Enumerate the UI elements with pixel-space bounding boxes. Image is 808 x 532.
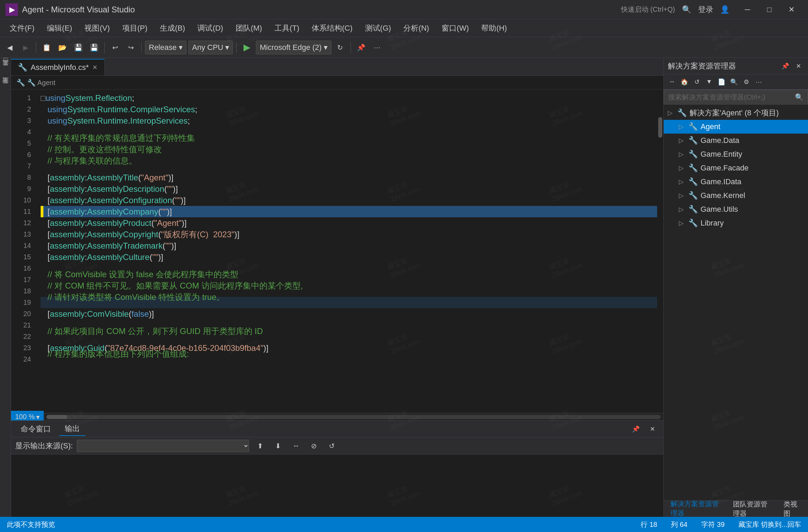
output-refresh-button[interactable]: ↺	[325, 439, 339, 453]
more-button[interactable]: ⋯	[370, 41, 384, 54]
project-label: Library	[701, 219, 724, 228]
output-source-label: 显示输出来源(S):	[15, 441, 73, 451]
menu-test[interactable]: 测试(G)	[360, 20, 397, 36]
platform-dropdown[interactable]: Any CPU ▾	[188, 41, 233, 54]
output-wrap-button[interactable]: ↔	[289, 439, 303, 453]
tree-project-gameutils[interactable]: ▷ 🔧 Game.Utils	[664, 202, 808, 216]
output-clear-button[interactable]: ⊘	[307, 439, 321, 453]
sidebar-tab-3[interactable]: H	[0, 74, 10, 84]
tab-close-button[interactable]: ✕	[92, 64, 97, 71]
search-icon[interactable]: 🔍	[682, 5, 691, 14]
close-solution-explorer-button[interactable]: ✕	[793, 61, 804, 72]
tree-project-gamedata[interactable]: ▷ 🔧 Game.Data	[664, 134, 808, 147]
se-more-button[interactable]: ⋯	[753, 76, 764, 87]
back-button[interactable]: ◀	[3, 41, 17, 54]
chevron-down-icon: ▾	[179, 43, 183, 52]
se-refresh-button[interactable]: ↺	[691, 76, 702, 87]
project-label: Game.Utils	[701, 205, 738, 214]
maximize-button[interactable]: □	[758, 0, 780, 19]
toolbar: ◀ ▶ 📋 📂 💾 💾 ↩ ↪ Release ▾ Any CPU ▾ ▶ Mi…	[0, 37, 808, 58]
bookmark-button[interactable]: 📌	[354, 41, 368, 54]
tree-project-gameentity[interactable]: ▷ 🔧 Game.Entity	[664, 147, 808, 161]
solution-explorer-title-bar: 解决方案资源管理器 📌 ✕	[664, 58, 808, 74]
se-show-all-button[interactable]: 📄	[716, 76, 727, 87]
undo-button[interactable]: ↩	[108, 41, 122, 54]
project-icon: 🔧	[688, 150, 698, 159]
zoom-level[interactable]: 100 % ▾	[11, 411, 44, 421]
open-button[interactable]: 📂	[55, 41, 69, 54]
run-button[interactable]: ▶	[240, 41, 254, 54]
tree-project-library[interactable]: ▷ 🔧 Library	[664, 216, 808, 230]
status-row: 行 18	[641, 520, 657, 529]
menu-edit[interactable]: 编辑(E)	[41, 20, 77, 36]
menu-window[interactable]: 窗口(W)	[436, 20, 474, 36]
scroll-thumb[interactable]	[658, 117, 662, 138]
save-all-button[interactable]: 💾	[87, 41, 101, 54]
new-project-button[interactable]: 📋	[40, 41, 53, 54]
tab-output[interactable]: 输出	[59, 422, 85, 436]
project-label: Game.Facade	[701, 164, 748, 173]
output-content	[11, 455, 663, 517]
output-source-select[interactable]	[77, 440, 249, 452]
quick-search[interactable]: 快速启动 (Ctrl+Q)	[621, 5, 675, 14]
status-char: 字符 39	[701, 520, 725, 529]
profile-icon[interactable]: 👤	[720, 5, 729, 14]
code-line: // 与程序集关联的信息。	[41, 160, 657, 172]
solution-explorer-search[interactable]: 搜索解决方案资源管理器(Ctrl+;) 🔍	[664, 90, 808, 105]
status-right: 行 18 列 64 字符 39 藏宝库 切换到...回车	[641, 520, 801, 529]
se-props-button[interactable]: ⚙	[741, 76, 752, 87]
output-scroll-down-button[interactable]: ⬇	[271, 439, 285, 453]
save-button[interactable]: 💾	[71, 41, 85, 54]
se-filter-button[interactable]: 🔍	[728, 76, 739, 87]
sidebar-tab-2[interactable]: 工具箱	[0, 67, 11, 73]
menu-debug[interactable]: 调试(D)	[192, 20, 229, 36]
sidebar-tab-4[interactable]: 测量	[0, 86, 11, 91]
pin-panel-button[interactable]: 📌	[629, 422, 643, 436]
menu-project[interactable]: 项目(P)	[117, 20, 153, 36]
menu-architecture[interactable]: 体系结构(C)	[306, 20, 358, 36]
login-button[interactable]: 登录	[698, 4, 713, 15]
tree-project-gameidata[interactable]: ▷ 🔧 Game.IData	[664, 175, 808, 189]
close-button[interactable]: ✕	[780, 0, 802, 19]
project-icon: 🔧	[688, 191, 698, 200]
pin-solution-explorer-button[interactable]: 📌	[780, 61, 791, 72]
tree-solution-root[interactable]: ▷ 🔧 解决方案'Agent' (8 个项目)	[664, 106, 808, 120]
menu-tools[interactable]: 工具(T)	[269, 20, 305, 36]
menu-help[interactable]: 帮助(H)	[476, 20, 512, 36]
code-line: [assembly: AssemblyProduct("Agent")]	[41, 217, 657, 229]
code-content[interactable]: □using System.Reflection; using System.R…	[35, 90, 657, 413]
tree-project-gamekernel[interactable]: ▷ 🔧 Game.Kernel	[664, 189, 808, 202]
tab-class-view[interactable]: 类视图	[781, 498, 804, 517]
se-home-button[interactable]: 🏠	[679, 76, 690, 87]
close-panel-button[interactable]: ✕	[645, 422, 659, 436]
sidebar-tab-1[interactable]: 服务器	[0, 61, 11, 66]
editor-tab-assemblyinfo[interactable]: 🔧 AssemblyInfo.cs* ✕	[11, 59, 105, 75]
se-collapse-button[interactable]: ▼	[704, 76, 715, 87]
code-line-highlighted: [assembly: AssemblyCompany("")]	[41, 206, 657, 217]
menu-view[interactable]: 视图(V)	[79, 20, 115, 36]
minimize-button[interactable]: ─	[736, 0, 758, 19]
output-scroll-up-button[interactable]: ⬆	[253, 439, 267, 453]
tab-solution-explorer[interactable]: 解决方案资源管理器	[668, 498, 726, 517]
editor-horizontal-scrollbar[interactable]: 100 % ▾	[11, 413, 663, 420]
menu-build[interactable]: 生成(B)	[154, 20, 190, 36]
menu-team[interactable]: 团队(M)	[230, 20, 268, 36]
redo-button[interactable]: ↪	[124, 41, 138, 54]
editor-tab-bar: 🔧 AssemblyInfo.cs* ✕	[11, 58, 663, 76]
code-editor-container: 1 2 3 4 5 6 7 8 9 10 11 12 13 14	[11, 90, 663, 420]
tree-project-gamefacade[interactable]: ▷ 🔧 Game.Facade	[664, 161, 808, 175]
tab-team-explorer[interactable]: 团队资源管理器	[730, 498, 777, 517]
tab-command-window[interactable]: 命令窗口	[15, 423, 56, 436]
refresh-button[interactable]: ↻	[333, 41, 347, 54]
se-sync-button[interactable]: ↔	[666, 76, 677, 87]
right-panel-bottom-tabs: 解决方案资源管理器 团队资源管理器 类视图	[664, 500, 808, 517]
solution-tree: ▷ 🔧 解决方案'Agent' (8 个项目) ▷ 🔧 Agent ▷ 🔧 Ga…	[664, 105, 808, 500]
tree-project-agent[interactable]: ▷ 🔧 Agent	[664, 120, 808, 134]
project-icon: 🔧	[688, 136, 698, 145]
forward-button[interactable]: ▶	[19, 41, 32, 54]
menu-analyze[interactable]: 分析(N)	[398, 20, 435, 36]
run-target-dropdown[interactable]: Microsoft Edge (2) ▾	[256, 41, 331, 54]
menu-file[interactable]: 文件(F)	[4, 20, 40, 36]
editor-scrollbar[interactable]	[657, 90, 663, 413]
build-config-dropdown[interactable]: Release ▾	[145, 41, 186, 54]
